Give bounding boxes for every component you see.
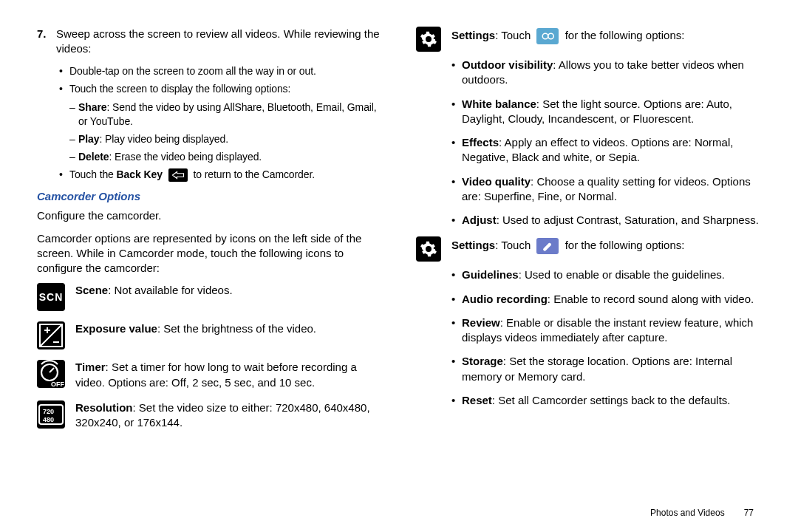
left-column: 7. Sweep across the screen to review all… — [37, 27, 382, 514]
settings-group-1: Settings: Touch for the following option… — [416, 27, 761, 52]
option-play: Play: Play video being displayed. — [69, 132, 382, 146]
option-storage: Storage: Set the storage location. Optio… — [451, 354, 761, 384]
wrench-settings-icon — [536, 238, 559, 254]
option-exposure: Exposure value: Set the brightness of th… — [37, 321, 382, 349]
gear-icon — [416, 27, 441, 52]
configure-text: Configure the camcorder. — [37, 208, 382, 223]
step-number: 7. — [37, 27, 56, 57]
option-adjust: Adjust: Used to adjust Contrast, Saturat… — [451, 213, 761, 228]
option-reset: Reset: Set all Camcorder settings back t… — [451, 393, 761, 408]
option-video-quality: Video quality: Choose a quality setting … — [451, 174, 761, 205]
option-white-balance: White balance: Set the light source. Opt… — [451, 97, 761, 127]
step-7: 7. Sweep across the screen to review all… — [37, 27, 382, 57]
option-delete: Delete: Erase the video being displayed. — [69, 150, 382, 164]
back-key-icon — [168, 168, 188, 182]
resolution-icon: 720480 — [37, 400, 65, 429]
camera-settings-icon — [536, 28, 559, 44]
settings-group-2: Settings: Touch for the following option… — [416, 236, 761, 262]
step-text: Sweep across the screen to review all vi… — [56, 27, 382, 57]
option-outdoor-visibility: Outdoor visibility: Allows you to take b… — [451, 58, 761, 88]
footer-section: Photos and Videos — [650, 507, 725, 519]
option-audio-recording: Audio recording: Enable to record sound … — [451, 292, 761, 307]
option-resolution: 720480 Resolution: Set the video size to… — [37, 400, 382, 431]
scene-icon: SCN — [37, 283, 65, 311]
exposure-icon — [37, 321, 65, 349]
gear-icon — [416, 236, 441, 262]
svg-text:OFF: OFF — [51, 381, 64, 388]
bullet-back-key: Touch the Back Key to return to the Camc… — [59, 168, 382, 182]
footer-page-number: 77 — [744, 507, 754, 519]
page-footer: Photos and Videos 77 — [650, 507, 754, 519]
timer-icon: OFF — [37, 360, 65, 388]
option-guidelines: Guidelines: Used to enable or disable th… — [451, 267, 761, 282]
option-share: Share: Send the video by using AllShare,… — [69, 100, 382, 129]
option-timer: OFF Timer: Set a timer for how long to w… — [37, 360, 382, 390]
camcorder-intro: Camcorder options are represented by ico… — [37, 231, 382, 276]
option-effects: Effects: Apply an effect to videos. Opti… — [451, 135, 761, 166]
svg-text:480: 480 — [43, 416, 54, 423]
right-column: Settings: Touch for the following option… — [416, 27, 761, 514]
option-scene: SCN Scene: Not available for videos. — [37, 283, 382, 311]
svg-point-6 — [543, 33, 549, 39]
section-title-camcorder-options: Camcorder Options — [37, 189, 382, 204]
option-review: Review: Enable or disable the instant re… — [451, 316, 761, 346]
svg-point-7 — [548, 33, 554, 39]
svg-text:720: 720 — [43, 408, 54, 415]
bullet-touch-options: Touch the screen to display the followin… — [59, 82, 382, 96]
bullet-doubletap: Double-tap on the screen to zoom all the… — [59, 64, 382, 78]
